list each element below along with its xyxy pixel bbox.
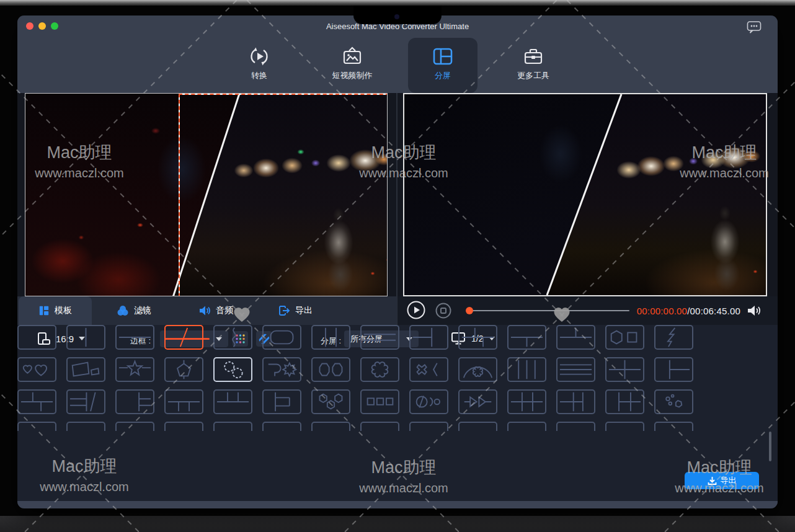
tab-convert[interactable]: 转换 — [224, 38, 294, 93]
template-grid-2x2[interactable] — [605, 357, 644, 382]
app-window: Aiseesoft Mac Video Converter Ultimate 转… — [17, 16, 778, 508]
tab-label: 转换 — [224, 70, 294, 81]
template-left-col-grid[interactable] — [654, 357, 693, 382]
window-header: Aiseesoft Mac Video Converter Ultimate 转… — [17, 16, 778, 93]
template-grid-3x2[interactable] — [507, 389, 546, 414]
tab-label: 更多工具 — [499, 70, 568, 81]
template-partial[interactable] — [507, 422, 546, 431]
template-split-v4[interactable] — [507, 357, 546, 382]
template-split-curve[interactable] — [213, 325, 252, 350]
template-top-cols[interactable] — [556, 325, 595, 350]
template-zigzag[interactable] — [654, 325, 693, 350]
toolbox-icon — [522, 45, 544, 68]
stop-icon — [435, 303, 451, 319]
convert-icon — [248, 45, 270, 68]
template-partial[interactable] — [262, 422, 301, 431]
template-pentagon[interactable] — [164, 357, 203, 382]
template-partial[interactable] — [164, 422, 203, 431]
toolbar-tab-template[interactable]: 模板 — [19, 296, 92, 325]
tab-label: 短视频制作 — [318, 70, 387, 81]
template-rows-diag[interactable] — [66, 389, 105, 414]
template-split-h2[interactable] — [115, 325, 154, 350]
export-button[interactable]: 导出 — [685, 472, 759, 489]
template-split-v3[interactable] — [311, 325, 350, 350]
current-time: 00:00:00.00 — [637, 306, 687, 316]
tab-more-tools[interactable]: 更多工具 — [499, 38, 568, 93]
template-clover[interactable] — [360, 357, 399, 382]
template-octagon-pair[interactable] — [311, 357, 350, 382]
play-icon — [407, 301, 425, 319]
selection-border — [179, 94, 388, 296]
toolbar-tab-filter[interactable]: 滤镜 — [104, 296, 164, 325]
template-partial[interactable] — [311, 422, 350, 431]
template-bottom-cols[interactable] — [507, 325, 546, 350]
toolbar-tab-label: 模板 — [55, 305, 72, 316]
tab-split-screen[interactable]: 分屏 — [408, 38, 477, 93]
template-grid-left-col[interactable] — [605, 389, 644, 414]
template-star-band[interactable] — [115, 357, 154, 382]
progress-slider[interactable] — [467, 310, 629, 311]
template-split-h4[interactable] — [556, 357, 595, 382]
template-circle-mix[interactable] — [409, 389, 448, 414]
template-split-diagonal[interactable] — [164, 325, 203, 350]
tab-short-video[interactable]: 短视频制作 — [318, 38, 387, 93]
template-arch-clover[interactable] — [458, 357, 497, 382]
template-partial[interactable] — [17, 422, 56, 431]
template-tag-burst[interactable] — [262, 357, 301, 382]
audio-icon — [198, 304, 211, 317]
template-megaphone[interactable] — [66, 357, 105, 382]
template-partial[interactable] — [360, 422, 399, 431]
template-heart-pair[interactable] — [17, 357, 56, 382]
output-preview — [403, 93, 767, 296]
template-corner-grid[interactable] — [458, 325, 497, 350]
export-arrow-icon — [708, 476, 717, 485]
template-partial[interactable] — [409, 422, 448, 431]
camera-dot — [394, 14, 399, 19]
pane-divider — [396, 93, 398, 325]
tab-label: 分屏 — [408, 70, 477, 81]
time-display: 00:00:00.00/00:06:45.00 — [637, 306, 740, 316]
template-z-grid[interactable] — [17, 389, 56, 414]
scrollbar-thumb[interactable] — [769, 432, 771, 461]
screen-top-edge — [0, 0, 795, 6]
template-rounded-inset[interactable] — [262, 325, 301, 350]
template-square-trio[interactable] — [360, 389, 399, 414]
toolbar-tab-label: 音频 — [216, 305, 233, 316]
left-toolbar: 模板 滤镜 音频 导出 — [17, 296, 397, 325]
template-triangle-pair[interactable] — [458, 389, 497, 414]
template-partial[interactable] — [66, 422, 105, 431]
speech-bubble-icon[interactable] — [747, 20, 763, 34]
template-panel: 16:9 边框 : 分屏 : 所有分屏 1/2 — [17, 325, 778, 501]
template-partial[interactable] — [213, 422, 252, 431]
template-partial[interactable] — [458, 422, 497, 431]
stop-button[interactable] — [435, 303, 451, 319]
split-screen-icon — [432, 45, 454, 68]
template-hex-trio[interactable] — [311, 389, 350, 414]
template-left-rows-right-col[interactable] — [409, 325, 448, 350]
template-gear-pair[interactable] — [213, 357, 252, 382]
progress-handle[interactable] — [466, 307, 473, 314]
volume-icon[interactable] — [747, 304, 762, 317]
template-partial[interactable] — [115, 422, 154, 431]
template-inner-grid[interactable] — [262, 389, 301, 414]
toolbar-tab-label: 导出 — [295, 305, 313, 316]
template-partial[interactable] — [654, 422, 693, 431]
template-blank[interactable] — [17, 325, 56, 350]
toolbar-tab-audio[interactable]: 音频 — [186, 296, 246, 325]
template-grid-right-col[interactable] — [556, 389, 595, 414]
export-icon — [278, 304, 290, 317]
template-dot-cluster[interactable] — [654, 389, 693, 414]
edit-preview[interactable] — [25, 93, 388, 296]
template-split-h3[interactable] — [360, 325, 399, 350]
template-partial[interactable] — [556, 422, 595, 431]
template-top-3cols[interactable] — [213, 389, 252, 414]
template-hex-square[interactable] — [605, 325, 644, 350]
template-cross-bracket[interactable] — [409, 357, 448, 382]
template-split-v2[interactable] — [66, 325, 105, 350]
toolbar-tab-export[interactable]: 导出 — [265, 296, 325, 325]
filter-icon — [117, 304, 129, 317]
template-right-rows[interactable] — [115, 389, 154, 414]
play-button[interactable] — [407, 301, 425, 319]
template-bottom-3cols[interactable] — [164, 389, 203, 414]
template-partial[interactable] — [605, 422, 644, 431]
